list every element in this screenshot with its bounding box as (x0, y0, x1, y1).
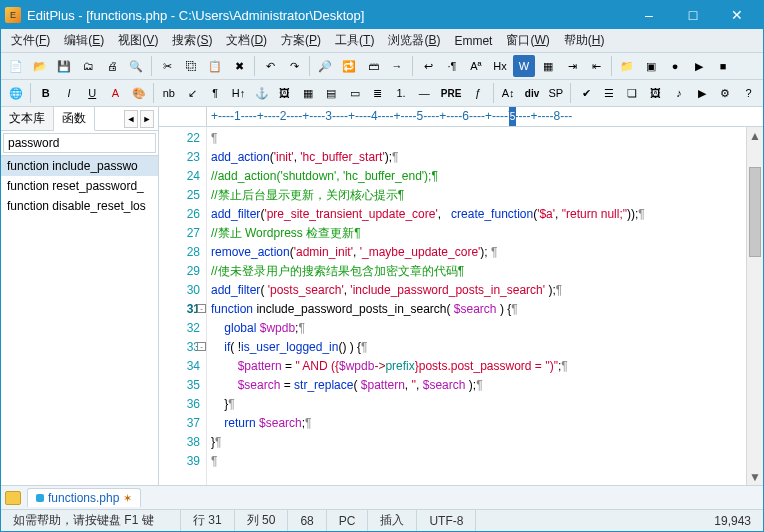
toolbar-frame-icon[interactable]: ▭ (344, 82, 365, 104)
fold-toggle-icon[interactable]: - (197, 304, 206, 313)
toolbar-stop-icon[interactable]: ■ (712, 55, 734, 77)
line-number[interactable]: 28 (159, 243, 200, 262)
toolbar-U-icon[interactable]: U (82, 82, 103, 104)
line-number[interactable]: 36 (159, 395, 200, 414)
code-line[interactable]: return $search;¶ (211, 414, 742, 433)
line-number[interactable]: 39 (159, 452, 200, 471)
line-number[interactable]: 35 (159, 376, 200, 395)
code-line[interactable]: global $wpdb;¶ (211, 319, 742, 338)
sidebar-tab-functions[interactable]: 函数 (54, 107, 95, 131)
function-list[interactable]: function include_passwofunction reset_pa… (1, 156, 158, 485)
toolbar-nb-icon[interactable]: nb (158, 82, 179, 104)
line-number[interactable]: 25 (159, 186, 200, 205)
toolbar-table-icon[interactable]: ▦ (298, 82, 319, 104)
minimize-button[interactable]: – (627, 1, 671, 29)
toolbar-SP-icon[interactable]: SP (545, 82, 566, 104)
sidebar-tab-cliptext[interactable]: 文本库 (1, 107, 54, 130)
toolbar-saveall-icon[interactable]: 🗂 (77, 55, 99, 77)
toolbar-PRE-icon[interactable]: PRE (437, 82, 466, 104)
maximize-button[interactable]: □ (671, 1, 715, 29)
toolbar-preview-icon[interactable]: 🔍 (125, 55, 147, 77)
toolbar-print-icon[interactable]: 🖨 (101, 55, 123, 77)
toolbar-H↑-icon[interactable]: H↑ (228, 82, 249, 104)
toolbar-W-icon[interactable]: W (513, 55, 535, 77)
toolbar-new-icon[interactable]: 📄 (5, 55, 27, 77)
toolbar-help-icon[interactable]: ? (738, 82, 759, 104)
menu-F[interactable]: 文件(F) (5, 30, 56, 51)
menu-S[interactable]: 搜索(S) (166, 30, 218, 51)
line-gutter[interactable]: 22232425262728293031▶-3233-343536373839 (159, 127, 207, 485)
vertical-scrollbar[interactable]: ▲ ▼ (746, 127, 763, 485)
toolbar-find-icon[interactable]: 🔎 (314, 55, 336, 77)
line-number[interactable]: 38 (159, 433, 200, 452)
toolbar-terminal-icon[interactable]: ▣ (640, 55, 662, 77)
menu-E[interactable]: 编辑(E) (58, 30, 110, 51)
toolbar-undo-icon[interactable]: ↶ (259, 55, 281, 77)
line-number[interactable]: 23 (159, 148, 200, 167)
line-number[interactable]: 27 (159, 224, 200, 243)
code-line[interactable]: function include_password_posts_in_searc… (211, 300, 742, 319)
toolbar-indent-on-icon[interactable]: ⇥ (561, 55, 583, 77)
sidebar-nav-prev[interactable]: ◄ (124, 110, 138, 128)
toolbar-tools-icon[interactable]: ⚙ (715, 82, 736, 104)
toolbar-Aa-icon[interactable]: Aª (465, 55, 487, 77)
toolbar-ol-icon[interactable]: 1. (390, 82, 411, 104)
toolbar-video-icon[interactable]: ▶ (692, 82, 713, 104)
code-line[interactable]: if( !is_user_logged_in() ) {¶ (211, 338, 742, 357)
code-line[interactable]: ¶ (211, 129, 742, 148)
function-list-item[interactable]: function include_passwo (1, 156, 158, 176)
toolbar-form-icon[interactable]: ▤ (321, 82, 342, 104)
menu-B[interactable]: 浏览器(B) (382, 30, 446, 51)
line-number[interactable]: 26 (159, 205, 200, 224)
code-line[interactable]: $pattern = " AND ({$wpdb->prefix}posts.p… (211, 357, 742, 376)
line-number[interactable]: 32 (159, 319, 200, 338)
code-line[interactable]: $search = str_replace( $pattern, '', $se… (211, 376, 742, 395)
toolbar-arrow-l-icon[interactable]: ↙ (181, 82, 202, 104)
ruler[interactable]: +----1----+----2----+----3----+----4----… (207, 107, 763, 126)
toolbar-findfiles-icon[interactable]: 🗃 (362, 55, 384, 77)
function-list-item[interactable]: function disable_reset_los (1, 196, 158, 216)
toolbar-color-icon[interactable]: ▦ (537, 55, 559, 77)
line-number[interactable]: 33 (159, 338, 200, 357)
code-line[interactable]: add_filter( 'posts_search', 'include_pas… (211, 281, 742, 300)
toolbar-wrap-icon[interactable]: ↩ (417, 55, 439, 77)
toolbar-div-icon[interactable]: div (521, 82, 543, 104)
code-line[interactable]: //add_action('shutdown', 'hc_buffer_end'… (211, 167, 742, 186)
menu-D[interactable]: 文档(D) (220, 30, 273, 51)
toolbar-goto-icon[interactable]: → (386, 55, 408, 77)
menu-P[interactable]: 方案(P) (275, 30, 327, 51)
code-line[interactable]: //禁止后台显示更新，关闭核心提示¶ (211, 186, 742, 205)
scroll-up-icon[interactable]: ▲ (747, 127, 763, 144)
toolbar-hr-icon[interactable]: — (414, 82, 435, 104)
code-line[interactable]: }¶ (211, 395, 742, 414)
menu-W[interactable]: 窗口(W) (500, 30, 555, 51)
close-button[interactable]: ✕ (715, 1, 759, 29)
toolbar-replace-icon[interactable]: 🔁 (338, 55, 360, 77)
toolbar-img2-icon[interactable]: 🖼 (645, 82, 666, 104)
menu-V[interactable]: 视图(V) (112, 30, 164, 51)
toolbar-indent-off-icon[interactable]: ⇤ (585, 55, 607, 77)
toolbar-folder-icon[interactable]: 📁 (616, 55, 638, 77)
toolbar-css-icon[interactable]: ☰ (599, 82, 620, 104)
scroll-thumb[interactable] (749, 167, 761, 257)
line-number[interactable]: 31 (159, 300, 200, 319)
directory-icon[interactable] (5, 491, 21, 505)
file-tab-functions-php[interactable]: functions.php ✶ (27, 488, 141, 507)
toolbar-I-icon[interactable]: I (58, 82, 79, 104)
toolbar-ul-icon[interactable]: ≣ (367, 82, 388, 104)
toolbar-cut-icon[interactable]: ✂ (156, 55, 178, 77)
toolbar-open-icon[interactable]: 📂 (29, 55, 51, 77)
code-line[interactable]: remove_action('admin_init', '_maybe_upda… (211, 243, 742, 262)
code-line[interactable]: ¶ (211, 452, 742, 471)
toolbar-globe-icon[interactable]: 🌐 (5, 82, 26, 104)
line-number[interactable]: 22 (159, 129, 200, 148)
toolbar-paste-icon[interactable]: 📋 (204, 55, 226, 77)
code-line[interactable]: //禁止 Wordpress 检查更新¶ (211, 224, 742, 243)
code-line[interactable]: add_filter('pre_site_transient_update_co… (211, 205, 742, 224)
toolbar-Hx-icon[interactable]: Hx (489, 55, 511, 77)
toolbar-play-icon[interactable]: ▶ (688, 55, 710, 77)
toolbar-js-icon[interactable]: ❏ (622, 82, 643, 104)
line-number[interactable]: 30 (159, 281, 200, 300)
line-number[interactable]: 29 (159, 262, 200, 281)
sidebar-nav-next[interactable]: ► (140, 110, 154, 128)
